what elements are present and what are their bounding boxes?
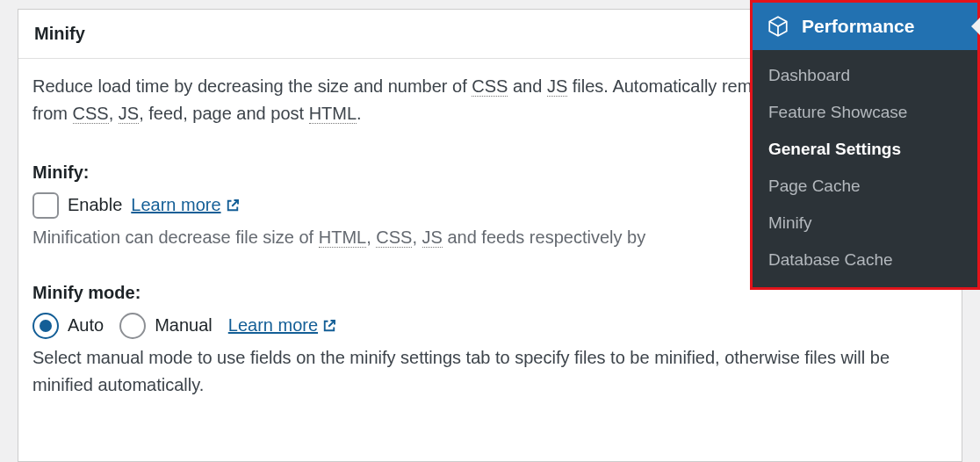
minify-mode-help: Select manual mode to use fields on the … <box>32 344 948 399</box>
minify-enable-learn-more-link[interactable]: Learn more <box>131 191 240 219</box>
intro-text: Reduce load time by decreasing the size … <box>32 76 472 96</box>
menu-item-database-cache[interactable]: Database Cache <box>753 242 977 278</box>
html-abbr: HTML <box>309 104 357 124</box>
flyout-title: Performance <box>802 16 914 37</box>
menu-item-minify[interactable]: Minify <box>753 205 977 242</box>
menu-item-feature-showcase[interactable]: Feature Showcase <box>753 94 977 131</box>
radio-dot-icon <box>40 320 52 332</box>
intro-text: and <box>508 76 546 96</box>
intro-text: , feed, page and post <box>139 104 309 123</box>
flyout-header[interactable]: Performance <box>753 0 977 50</box>
help-text: Minification can decrease file size of <box>32 227 319 247</box>
auto-label: Auto <box>68 312 104 339</box>
css-abbr: CSS <box>472 76 508 97</box>
minify-mode-learn-more-link[interactable]: Learn more <box>228 312 337 339</box>
intro-text: , <box>109 104 119 123</box>
help-text: , <box>366 227 376 247</box>
minify-enable-checkbox[interactable] <box>32 192 59 219</box>
help-text: , <box>412 227 422 247</box>
css-abbr: CSS <box>376 227 412 248</box>
learn-more-text: Learn more <box>131 191 220 219</box>
external-link-icon <box>225 198 241 213</box>
js-abbr: JS <box>422 227 443 248</box>
enable-text: Enable <box>68 191 122 219</box>
minify-mode-auto-radio[interactable] <box>32 313 59 339</box>
cube-icon <box>767 15 789 38</box>
performance-flyout-menu: Performance Dashboard Feature Showcase G… <box>750 0 980 290</box>
external-link-icon <box>321 318 337 334</box>
minify-mode-row: Auto Manual Learn more <box>32 312 948 339</box>
js-abbr: JS <box>119 104 139 124</box>
menu-item-page-cache[interactable]: Page Cache <box>753 168 977 205</box>
flyout-arrow-icon <box>971 18 980 35</box>
panel-title: Minify <box>34 24 85 43</box>
minify-mode-manual-radio[interactable] <box>119 313 146 339</box>
manual-label: Manual <box>155 312 213 339</box>
menu-item-dashboard[interactable]: Dashboard <box>753 57 977 94</box>
learn-more-text: Learn more <box>228 312 318 339</box>
intro-text: . <box>357 104 362 123</box>
js-abbr: JS <box>547 76 567 97</box>
html-abbr: HTML <box>319 227 366 248</box>
flyout-menu-list: Dashboard Feature Showcase General Setti… <box>753 50 977 287</box>
css-abbr: CSS <box>73 104 109 124</box>
menu-item-general-settings[interactable]: General Settings <box>753 131 977 168</box>
help-text: and feeds respectively by <box>443 227 645 247</box>
